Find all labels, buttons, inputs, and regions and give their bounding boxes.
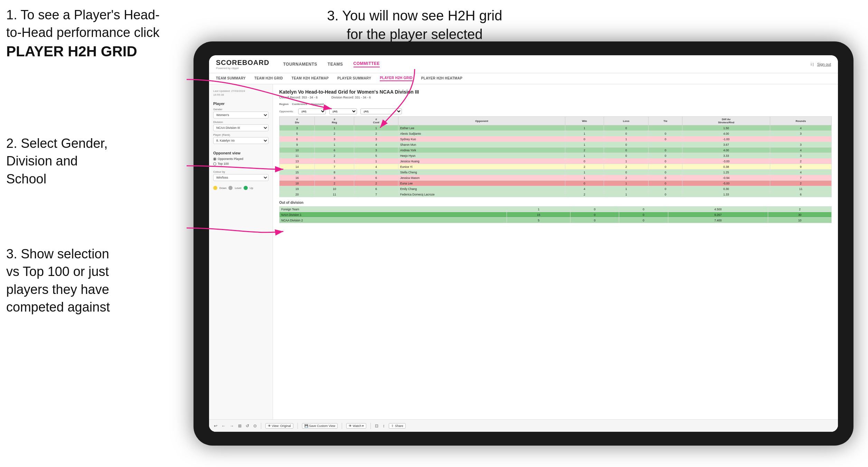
gender-select[interactable]: Women's	[213, 112, 268, 118]
sub-nav-team-h2h-heatmap[interactable]: TEAM H2H HEATMAP	[292, 76, 329, 81]
sidebar-timestamp: Last Updated: 27/03/2024 16:55:38	[213, 89, 268, 97]
ipad-frame: SCOREBOARD Powered by clippd TOURNAMENTS…	[194, 41, 853, 446]
logo-sub: Powered by clippd	[216, 67, 269, 70]
col-win: Win	[565, 117, 604, 125]
radio-label-opponents: Opponents Played	[218, 157, 243, 161]
toolbar-watch[interactable]: 👁 Watch ▾	[346, 423, 366, 429]
radio-top100[interactable]: Top 100	[213, 162, 268, 165]
col-tie: Tie	[649, 117, 682, 125]
region-filter-select[interactable]: (All)	[298, 108, 326, 114]
table-row: 1474Eunice Yi2200.389	[280, 164, 832, 170]
table-row: NCAA Division 25007.40010	[280, 218, 832, 223]
step3-bottom-line1: 3. Show selection	[6, 247, 109, 261]
step2-line3: School	[6, 172, 46, 186]
col-div: #Div	[280, 117, 315, 125]
radio-dot-top100	[213, 162, 216, 165]
toolbar-forward[interactable]: →	[230, 423, 234, 428]
separator: i |	[811, 62, 813, 66]
header-right: i | Sign out	[811, 62, 831, 66]
nav-teams[interactable]: TEAMS	[328, 62, 343, 67]
toolbar-view-original[interactable]: 👁 View: Original	[265, 423, 293, 429]
filter-group-conference: Conference	[292, 103, 307, 106]
overall-record: Overall Record: 353 - 34 - 6	[279, 96, 318, 99]
sidebar: Last Updated: 27/03/2024 16:55:38 Player…	[209, 84, 273, 432]
sub-nav-team-h2h-grid[interactable]: TEAM H2H GRID	[254, 76, 283, 81]
step1-line1: 1. To see a Player's Head-	[6, 8, 160, 22]
grid-title: Katelyn Vo Head-to-Head Grid for Women's…	[279, 89, 832, 95]
filter-opponent-label: Opponent	[311, 103, 324, 106]
sub-nav-player-h2h-grid[interactable]: PLAYER H2H GRID	[380, 76, 413, 81]
opponent-view-section: Opponent view Opponents Played Top 100	[213, 151, 268, 165]
ipad-screen: SCOREBOARD Powered by clippd TOURNAMENTS…	[209, 55, 838, 432]
step1-line2: to-Head performance click	[6, 25, 160, 40]
legend-up-label: Up	[250, 187, 253, 190]
division-record: Division Record: 331 - 34 - 6	[331, 96, 371, 99]
step2-line2: Division and	[6, 154, 78, 168]
table-row: 1585Stella Cheng1001.254	[280, 170, 832, 175]
table-row: 20117Federica Domecq Lacroze2101.336	[280, 192, 832, 197]
filter-group-region: Region	[279, 103, 289, 106]
radio-label-top100: Top 100	[218, 162, 229, 165]
colour-by-section: Colour by Win/loss Down Level Up	[213, 170, 268, 190]
col-rounds: Rounds	[770, 117, 831, 125]
gender-label: Gender	[213, 108, 268, 111]
toolbar-share[interactable]: ⇧ Share	[389, 423, 406, 429]
radio-dot-opponents	[213, 158, 216, 161]
toolbar-undo[interactable]: ↩	[214, 423, 217, 428]
filter-selects-row: Opponents: (All) (All) (All)	[279, 108, 832, 114]
toolbar-grid-icon[interactable]: ⊞	[238, 423, 242, 428]
instruction-2: 2. Select Gender, Division and School	[6, 135, 193, 188]
division-select[interactable]: NCAA Division III	[213, 124, 268, 131]
player-section-title: Player	[213, 102, 268, 106]
toolbar-save-custom-view[interactable]: 💾 Save Custom View	[302, 423, 338, 429]
colour-by-label: Colour by	[213, 170, 268, 173]
table-row: 1311Jessica Huang010-3.002	[280, 159, 832, 164]
grid-subtitle: Overall Record: 353 - 34 - 6 Division Re…	[279, 96, 832, 99]
table-row: Foreign Team1004.5002	[280, 207, 832, 212]
sub-nav-player-summary[interactable]: PLAYER SUMMARY	[337, 76, 371, 81]
toolbar-circle[interactable]: ⊙	[253, 423, 257, 428]
step3-top-line2: for the player selected	[347, 27, 483, 42]
sub-nav-player-h2h-heatmap[interactable]: PLAYER H2H HEATMAP	[421, 76, 462, 81]
legend-level-label: Level	[235, 187, 241, 190]
toolbar-export[interactable]: ⊡	[375, 423, 378, 428]
toolbar-div-4	[370, 423, 371, 429]
radio-opponents-played[interactable]: Opponents Played	[213, 157, 268, 161]
col-reg: #Reg	[315, 117, 354, 125]
filter-group-opponent: Opponent	[311, 103, 324, 106]
table-row: 522Alexis Sudjianto1004.003	[280, 131, 832, 136]
opponent-view-title: Opponent view	[213, 151, 268, 155]
toolbar-div-1	[261, 423, 261, 429]
legend-up-circle	[244, 186, 248, 190]
toolbar-div-2	[298, 423, 298, 429]
step3-top-line1: 3. You will now see H2H grid	[327, 8, 502, 23]
col-diff: Diff AvStrokes/Rnd	[682, 117, 770, 125]
col-loss: Loss	[604, 117, 649, 125]
nav-tournaments[interactable]: TOURNAMENTS	[283, 62, 317, 67]
toolbar-layout[interactable]: ↕	[383, 423, 385, 428]
logo-area: SCOREBOARD Powered by clippd	[216, 59, 269, 70]
table-row: 1125Heejo Hyun1003.333	[280, 153, 832, 159]
conference-filter-select[interactable]: (All)	[329, 108, 357, 114]
step1-bold: PLAYER H2H GRID	[6, 43, 137, 59]
colour-by-select[interactable]: Win/loss	[213, 174, 268, 181]
bottom-toolbar: ↩ ← → ⊞ ↺ ⊙ 👁 View: Original 💾 Save Cust…	[209, 419, 838, 432]
toolbar-refresh[interactable]: ↺	[246, 423, 249, 428]
opponents-label: Opponents:	[279, 110, 293, 113]
col-opponent: Opponent	[398, 117, 565, 125]
player-rank-label: Player (Rank)	[213, 133, 268, 136]
instruction-3-bottom: 3. Show selection vs Top 100 or just pla…	[6, 245, 193, 316]
legend-level-circle	[228, 186, 233, 190]
table-row: 914Sharon Mun103.673	[280, 142, 832, 147]
toolbar-back[interactable]: ←	[221, 423, 226, 428]
sign-out-link[interactable]: Sign out	[817, 62, 831, 66]
filter-conference-label: Conference	[292, 103, 307, 106]
player-rank-select[interactable]: 8. Katelyn Vo	[213, 137, 268, 144]
step3-bottom-line2: vs Top 100 or just	[6, 264, 109, 279]
sub-nav-team-summary[interactable]: TEAM SUMMARY	[216, 76, 246, 81]
nav-committee[interactable]: COMMITTEE	[353, 61, 380, 67]
opponent-filter-select[interactable]: (All)	[360, 108, 402, 114]
logo-text: SCOREBOARD	[216, 59, 269, 67]
table-row: 311Esther Lee101.504	[280, 125, 832, 131]
table-row: 1063Andrea York2004.004	[280, 147, 832, 153]
